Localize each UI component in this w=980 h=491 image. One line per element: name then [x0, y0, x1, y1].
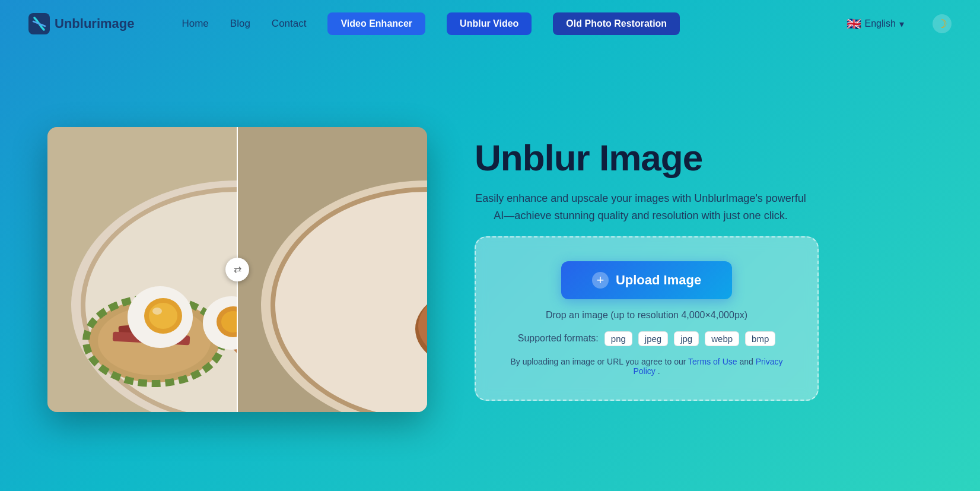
- swap-icon: ⇄: [234, 264, 241, 275]
- right-panel: Unblur Image Easily enhance and upscale …: [475, 138, 933, 401]
- format-jpeg: jpeg: [638, 331, 668, 346]
- comparison-handle[interactable]: ⇄: [225, 258, 249, 281]
- moon-icon: ☽: [937, 17, 947, 31]
- formats-row: Supported formats: png jpeg jpg webp bmp: [518, 331, 776, 346]
- terms-period: .: [658, 366, 660, 376]
- image-after: [237, 127, 427, 412]
- logo[interactable]: Unblurimage: [28, 13, 134, 34]
- before-image-svg: [47, 127, 237, 412]
- chevron-down-icon: ▾: [899, 18, 904, 30]
- nav-video-enhancer-button[interactable]: Video Enhancer: [327, 12, 425, 35]
- image-before: [47, 127, 237, 412]
- main-content: ⇄ Unblur Image Easily enhance and upscal…: [0, 47, 980, 491]
- image-comparison[interactable]: ⇄: [47, 127, 427, 412]
- formats-label: Supported formats:: [518, 333, 599, 344]
- language-label: English: [865, 18, 896, 29]
- flag-icon: 🇬🇧: [847, 17, 861, 31]
- terms-text: By uploading an image or URL you agree t…: [504, 357, 789, 376]
- upload-button-label: Upload Image: [616, 273, 701, 288]
- plus-icon: +: [592, 272, 609, 289]
- main-nav: Home Blog Contact Video Enhancer Unblur …: [182, 12, 822, 35]
- logo-icon: [28, 13, 50, 34]
- format-webp: webp: [705, 331, 739, 346]
- format-png: png: [604, 331, 632, 346]
- nav-contact[interactable]: Contact: [272, 18, 307, 30]
- nav-blog[interactable]: Blog: [230, 18, 250, 30]
- after-image-svg: [237, 127, 427, 412]
- terms-of-use-link[interactable]: Terms of Use: [688, 357, 737, 366]
- header: Unblurimage Home Blog Contact Video Enha…: [0, 0, 980, 47]
- upload-image-button[interactable]: + Upload Image: [561, 261, 732, 299]
- hero-subtitle: Easily enhance and upscale your images w…: [475, 190, 807, 224]
- svg-rect-30: [47, 127, 237, 412]
- terms-prefix: By uploading an image or URL you agree t…: [510, 357, 688, 366]
- nav-old-photo-button[interactable]: Old Photo Restoration: [553, 12, 680, 35]
- drop-text: Drop an image (up to resolution 4,000×4,…: [546, 310, 747, 321]
- format-bmp: bmp: [745, 331, 775, 346]
- format-jpg: jpg: [674, 331, 699, 346]
- hero-title: Unblur Image: [475, 138, 933, 178]
- dark-mode-toggle[interactable]: ☽: [933, 14, 952, 33]
- language-selector[interactable]: 🇬🇧 English ▾: [847, 17, 904, 31]
- nav-unblur-video-button[interactable]: Unblur Video: [447, 12, 532, 35]
- nav-home[interactable]: Home: [182, 18, 208, 30]
- upload-card: + Upload Image Drop an image (up to reso…: [475, 236, 819, 401]
- logo-text: Unblurimage: [55, 16, 134, 31]
- terms-and: and: [739, 357, 755, 366]
